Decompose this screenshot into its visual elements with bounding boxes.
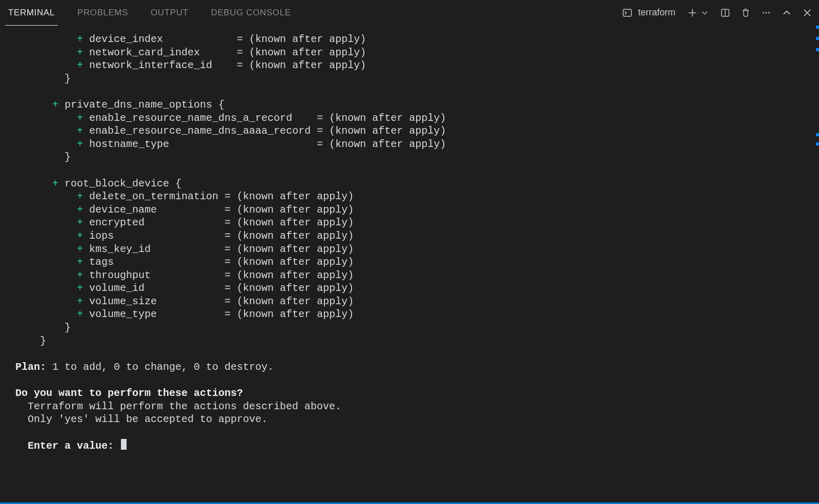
tab-debug-console[interactable]: DEBUG CONSOLE: [211, 0, 291, 25]
svg-point-4: [768, 12, 770, 13]
split-terminal-button[interactable]: [720, 7, 731, 18]
terminal-selector[interactable]: terraform: [622, 7, 675, 18]
panel-tabbar: TERMINAL PROBLEMS OUTPUT DEBUG CONSOLE t…: [0, 0, 819, 26]
maximize-panel-button[interactable]: [781, 7, 792, 18]
terminal-icon: [622, 7, 633, 18]
svg-rect-0: [623, 9, 631, 16]
more-actions-button[interactable]: [761, 7, 772, 18]
terminal-cursor: [121, 439, 127, 450]
new-terminal-dropdown[interactable]: [699, 7, 710, 18]
svg-point-2: [763, 12, 764, 13]
panel-actions: terraform: [622, 7, 813, 18]
tab-terminal[interactable]: TERMINAL: [8, 0, 55, 25]
panel-root: TERMINAL PROBLEMS OUTPUT DEBUG CONSOLE t…: [0, 0, 819, 504]
terminal-name: terraform: [638, 7, 675, 18]
new-terminal-button[interactable]: [687, 7, 698, 18]
tab-output[interactable]: OUTPUT: [151, 0, 188, 25]
tab-problems[interactable]: PROBLEMS: [77, 0, 128, 25]
terminal-output[interactable]: + device_index = (known after apply) + n…: [0, 26, 819, 502]
close-panel-button[interactable]: [802, 7, 813, 18]
panel-tabs: TERMINAL PROBLEMS OUTPUT DEBUG CONSOLE: [8, 0, 291, 25]
kill-terminal-button[interactable]: [740, 7, 751, 18]
svg-point-3: [766, 12, 767, 13]
